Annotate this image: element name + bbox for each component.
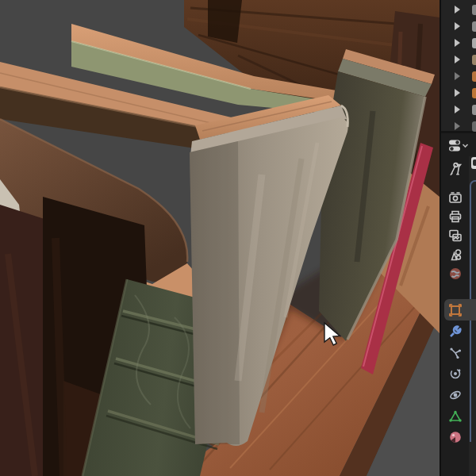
view-layer-icon — [448, 228, 463, 243]
physics-icon — [448, 367, 463, 381]
mesh-data-icon — [448, 409, 463, 424]
scene-icon — [448, 248, 463, 262]
properties-tab-world[interactable] — [441, 263, 476, 284]
outliner-item-icon — [472, 105, 476, 115]
right-panel — [440, 0, 476, 476]
render-icon — [448, 190, 463, 205]
outliner-row[interactable] — [441, 68, 476, 85]
3d-viewport[interactable] — [0, 0, 440, 476]
properties-tab-strip — [441, 136, 476, 476]
outliner-item-icon — [472, 71, 476, 82]
material-icon — [448, 430, 463, 444]
properties-tab-scene[interactable] — [441, 244, 476, 265]
outliner-row[interactable] — [441, 35, 476, 52]
properties-tab-particles[interactable] — [441, 342, 476, 363]
expand-arrow-icon[interactable] — [455, 106, 460, 113]
expand-arrow-icon[interactable] — [455, 39, 460, 47]
expand-arrow-icon[interactable] — [455, 89, 460, 97]
properties-tab-object-data[interactable] — [441, 405, 476, 427]
properties-tab-tool[interactable] — [441, 158, 476, 179]
wrench-icon — [448, 324, 463, 339]
outliner-item-icon — [472, 5, 476, 15]
constraints-icon — [448, 388, 463, 402]
expand-arrow-icon[interactable] — [455, 22, 460, 30]
properties-tab-modifiers[interactable] — [441, 321, 476, 342]
properties-tab-output[interactable] — [441, 205, 476, 227]
expand-arrow-icon[interactable] — [455, 72, 460, 80]
output-icon — [448, 209, 463, 224]
outliner[interactable] — [441, 0, 476, 133]
tool-icon — [448, 162, 463, 176]
outliner-item-icon — [472, 21, 476, 32]
properties-tab-object[interactable] — [441, 299, 476, 321]
expand-arrow-icon[interactable] — [455, 56, 460, 63]
app-window — [0, 0, 476, 476]
outliner-item-icon — [472, 55, 476, 65]
outliner-row[interactable] — [441, 2, 476, 18]
properties-tab-render[interactable] — [441, 186, 476, 208]
outliner-row[interactable] — [441, 18, 476, 35]
outliner-item-icon — [472, 88, 476, 98]
properties-tab-view-layer[interactable] — [441, 225, 476, 246]
particles-icon — [448, 346, 463, 360]
expand-arrow-icon[interactable] — [455, 122, 460, 130]
expand-arrow-icon[interactable] — [455, 6, 460, 13]
properties-editor — [441, 136, 476, 476]
3d-scene — [0, 0, 440, 476]
outliner-row[interactable] — [441, 52, 476, 68]
properties-tab-material[interactable] — [441, 426, 476, 447]
object-icon — [448, 303, 463, 317]
book-dark-maroon[interactable] — [0, 205, 44, 476]
world-icon — [448, 267, 463, 281]
properties-tab-constraints[interactable] — [441, 384, 476, 405]
outliner-item-icon — [472, 121, 476, 132]
outliner-item-icon — [472, 38, 476, 48]
outliner-row[interactable] — [441, 85, 476, 102]
outliner-row[interactable] — [441, 118, 476, 135]
outliner-row[interactable] — [441, 102, 476, 118]
properties-tab-physics[interactable] — [441, 363, 476, 384]
